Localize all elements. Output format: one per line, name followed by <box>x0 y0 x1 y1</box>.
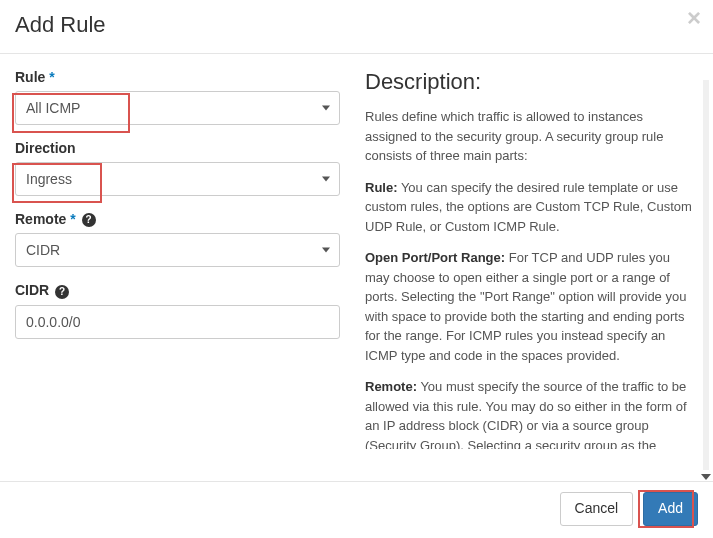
cidr-input[interactable] <box>15 305 340 339</box>
direction-select[interactable]: Ingress <box>15 162 340 196</box>
add-button[interactable]: Add <box>643 492 698 526</box>
modal-body: Rule * All ICMP Direction Ingress Remote… <box>0 54 713 464</box>
description-intro: Rules define which traffic is allowed to… <box>365 107 698 166</box>
description-remote: Remote: You must specify the source of t… <box>365 377 698 449</box>
scrollbar[interactable] <box>703 80 709 470</box>
direction-select-value: Ingress <box>15 162 340 196</box>
required-star-icon: * <box>49 69 54 85</box>
description-rule: Rule: You can specify the desired rule t… <box>365 178 698 237</box>
scroll-down-icon <box>701 474 711 480</box>
modal-title: Add Rule <box>15 12 698 38</box>
remote-label: Remote * ? <box>15 211 340 227</box>
description-column: Description: Rules define which traffic … <box>355 69 698 449</box>
help-icon[interactable]: ? <box>55 285 69 299</box>
field-direction: Direction Ingress <box>15 140 340 196</box>
modal-header: Add Rule × <box>0 0 713 54</box>
description-port: Open Port/Port Range: For TCP and UDP ru… <box>365 248 698 365</box>
remote-select[interactable]: CIDR <box>15 233 340 267</box>
rule-label: Rule * <box>15 69 340 85</box>
cidr-label: CIDR ? <box>15 282 340 298</box>
field-cidr: CIDR ? <box>15 282 340 338</box>
field-rule: Rule * All ICMP <box>15 69 340 125</box>
description-heading: Description: <box>365 69 698 95</box>
modal-footer: Cancel Add <box>0 481 713 538</box>
close-icon[interactable]: × <box>687 6 701 30</box>
required-star-icon: * <box>70 211 75 227</box>
help-icon[interactable]: ? <box>82 213 96 227</box>
cancel-button[interactable]: Cancel <box>560 492 634 526</box>
form-column: Rule * All ICMP Direction Ingress Remote… <box>15 69 355 449</box>
rule-select[interactable]: All ICMP <box>15 91 340 125</box>
direction-label: Direction <box>15 140 340 156</box>
remote-select-value: CIDR <box>15 233 340 267</box>
field-remote: Remote * ? CIDR <box>15 211 340 267</box>
rule-select-value: All ICMP <box>15 91 340 125</box>
